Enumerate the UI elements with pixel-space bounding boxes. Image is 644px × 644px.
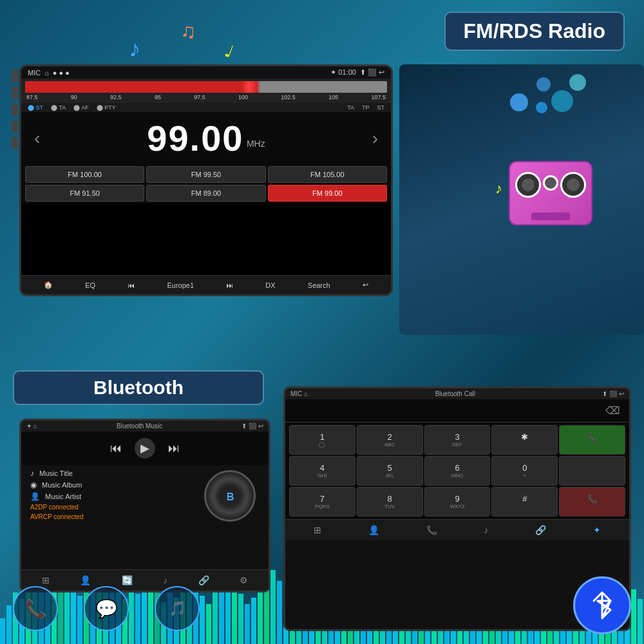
freq-prev-button[interactable]: ‹	[34, 128, 40, 149]
freq-marker	[249, 81, 252, 93]
preset-btn-1[interactable]: FM 100.00	[25, 166, 144, 183]
fm-rds-label: FM/RDS Radio	[444, 12, 625, 51]
side-btn-home[interactable]	[12, 86, 18, 99]
dialer-display: ⌫	[285, 399, 629, 422]
bt-toolbar-apps[interactable]: ⊞	[42, 575, 50, 585]
dial-3[interactable]: 3DEF	[424, 425, 491, 455]
bubble-2	[536, 77, 551, 91]
freq-display: ‹ 99.00 MHz ›	[21, 112, 391, 164]
music-note-2: ♫	[180, 19, 196, 43]
dial-4[interactable]: 4GHI	[289, 456, 355, 486]
preset-btn-5[interactable]: FM 89.00	[146, 185, 265, 202]
bottom-icons-row: 📞 💬 🎵	[13, 586, 200, 631]
preset-grid: FM 100.00 FM 99.50 FM 105.00 FM 91.50 FM…	[21, 164, 391, 204]
freq-next-button[interactable]: ›	[372, 128, 378, 149]
bubble-1	[510, 93, 528, 111]
dialer-bluetooth[interactable]: ✦	[593, 525, 601, 535]
dx-button[interactable]: DX	[265, 281, 275, 289]
svg-rect-40	[258, 587, 263, 644]
dialer-phone[interactable]: 📞	[426, 525, 437, 535]
preset-btn-6[interactable]: FM 99.00	[268, 185, 387, 202]
radio-unit: MIC ⌂ ● ● ● ✦ 01:00 ⬆ ⬛ ↩ 87.5 90 92.5 9…	[19, 64, 393, 296]
dial-star[interactable]: ✱	[491, 425, 558, 455]
next-button[interactable]: ⏭	[226, 281, 233, 289]
freq-scale: 87.5 90 92.5 95 97.5 100 102.5 105 107.5	[25, 94, 387, 100]
side-btn-back[interactable]	[12, 137, 18, 149]
svg-rect-39	[251, 598, 256, 644]
side-buttons	[12, 70, 18, 149]
bt-toolbar-contacts[interactable]: 👤	[80, 575, 91, 585]
prev-button[interactable]: ⏮	[128, 281, 135, 289]
bt-prev-button[interactable]: ⏮	[110, 442, 122, 455]
side-btn-vol-up[interactable]	[12, 103, 18, 116]
bt-play-button[interactable]: ▶	[135, 438, 155, 459]
dial-7[interactable]: 7PQRS	[289, 487, 355, 516]
freq-bar[interactable]	[25, 81, 387, 93]
svg-rect-37	[238, 594, 243, 644]
dial-9[interactable]: 9WXYZ	[424, 487, 491, 516]
bt-player-body: ⏮ ▶ ⏭ ʙ ♪ Music Title ◉ Music Album 👤 Mu…	[21, 431, 269, 527]
search-button[interactable]: Search	[308, 281, 330, 289]
delete-button[interactable]: ⌫	[605, 404, 620, 417]
dial-2[interactable]: 2ABC	[357, 425, 423, 455]
statusbar-left: MIC ⌂ ● ● ●	[28, 69, 70, 77]
side-btn-vol-down[interactable]	[12, 120, 18, 133]
radio-toolbar: 🏠 EQ ⏮ Europe1 ⏭ DX Search ↩	[21, 275, 391, 294]
dial-empty	[559, 456, 625, 486]
frequency-value: 99.00 MHz	[147, 117, 265, 159]
bt-toolbar-phone[interactable]: 🔄	[122, 575, 133, 585]
bubble-4	[551, 90, 573, 112]
station-label: Europe1	[167, 281, 194, 289]
boombox-decoration	[509, 161, 592, 238]
dial-hash[interactable]: #	[491, 487, 558, 516]
dialer-music[interactable]: ♪	[484, 525, 488, 535]
preset-btn-2[interactable]: FM 99.50	[146, 166, 265, 183]
music-icon[interactable]: 🎵	[155, 586, 200, 631]
bubble-3	[536, 102, 547, 113]
svg-rect-98	[631, 589, 636, 644]
svg-rect-1	[6, 605, 12, 644]
dialer-link[interactable]: 🔗	[535, 525, 546, 535]
preset-btn-4[interactable]: FM 91.50	[25, 185, 144, 202]
dialer-contacts[interactable]: 👤	[368, 525, 379, 535]
svg-rect-0	[0, 618, 5, 644]
music-note-4: ♪	[495, 180, 502, 197]
message-icon[interactable]: 💬	[84, 586, 129, 631]
eq-button[interactable]: EQ	[85, 281, 95, 289]
end-call-button[interactable]: 📞	[559, 487, 625, 516]
radio-screen: MIC ⌂ ● ● ● ✦ 01:00 ⬆ ⬛ ↩ 87.5 90 92.5 9…	[21, 66, 391, 294]
radio-statusbar: MIC ⌂ ● ● ● ✦ 01:00 ⬆ ⬛ ↩	[21, 66, 391, 79]
svg-rect-38	[245, 604, 250, 644]
home-button[interactable]: 🏠	[44, 281, 53, 289]
bluetooth-text: Bluetooth	[93, 377, 184, 398]
bt-player-statusbar: ✦ ⌂ Bluetooth Music ⬆ ⬛ ↩	[21, 421, 269, 431]
svg-rect-32	[206, 604, 211, 644]
dialer-statusbar: MIC ⌂ Bluetooth Call ⬆ ⬛ ↩	[285, 388, 629, 399]
svg-rect-31	[200, 596, 205, 644]
dial-1[interactable]: 1◯.	[289, 425, 355, 455]
side-btn-power[interactable]	[12, 70, 18, 82]
bt-toolbar-settings[interactable]: ⚙	[240, 575, 248, 585]
bluetooth-label: Bluetooth	[13, 370, 264, 405]
dial-6[interactable]: 6MNO	[424, 456, 491, 486]
preset-btn-3[interactable]: FM 105.00	[268, 166, 387, 183]
dialer-apps[interactable]: ⊞	[314, 525, 321, 535]
music-note-1: ♪	[129, 35, 140, 62]
phone-icon[interactable]: 📞	[13, 586, 58, 631]
back-button[interactable]: ↩	[363, 281, 368, 289]
bt-disc: ʙ	[204, 470, 256, 522]
call-button[interactable]: 📞	[559, 425, 625, 455]
bluetooth-big-icon[interactable]	[573, 576, 631, 634]
bt-toolbar-music[interactable]: ♪	[163, 575, 167, 585]
bt-symbol: ʙ	[226, 488, 234, 504]
svg-rect-42	[270, 570, 276, 644]
dialer-toolbar: ⊞ 👤 📞 ♪ 🔗 ✦	[285, 519, 629, 540]
svg-rect-99	[638, 599, 643, 644]
dial-0[interactable]: 0+	[491, 456, 558, 486]
svg-rect-43	[277, 581, 282, 644]
bt-controls: ⏮ ▶ ⏭	[21, 431, 269, 465]
dial-5[interactable]: 5JKL	[357, 456, 423, 486]
dial-8[interactable]: 8TUV	[357, 487, 423, 516]
bt-next-button[interactable]: ⏭	[168, 442, 180, 455]
bt-toolbar-link[interactable]: 🔗	[198, 575, 209, 585]
